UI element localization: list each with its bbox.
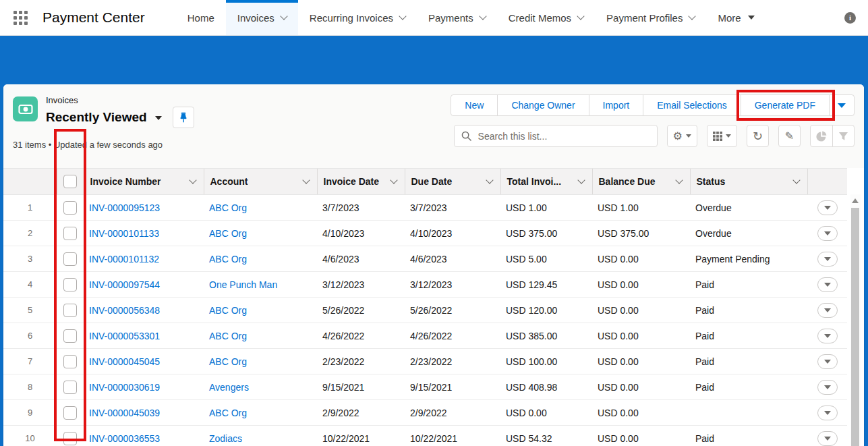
account-link[interactable]: ABC Org [204, 349, 317, 374]
column-header-account[interactable]: Account [204, 169, 317, 195]
row-checkbox[interactable] [63, 355, 77, 368]
pencil-icon: ✎ [785, 131, 794, 142]
sort-chevron-icon[interactable] [792, 176, 800, 184]
new-button[interactable]: New [451, 94, 498, 116]
row-actions-button[interactable] [817, 277, 838, 292]
tab-recurring-invoices[interactable]: Recurring Invoices [298, 0, 417, 35]
due-date-cell: 9/15/2021 [405, 374, 500, 400]
charts-button-disabled[interactable] [810, 125, 833, 147]
vertical-scrollbar[interactable] [850, 194, 861, 446]
row-actions-button[interactable] [817, 431, 838, 446]
scroll-up-arrow-icon[interactable] [852, 198, 859, 203]
invoice-number-link[interactable]: INV-0000045045 [84, 349, 204, 374]
row-checkbox[interactable] [63, 432, 77, 445]
sort-chevron-icon[interactable] [486, 176, 493, 184]
balance-due-cell: USD 0.00 [592, 246, 690, 272]
invoice-number-link[interactable]: INV-0000030619 [84, 374, 204, 400]
list-view-controls-button[interactable]: ⚙ [667, 125, 697, 147]
invoice-number-link[interactable]: INV-0000101133 [84, 221, 204, 246]
tab-more[interactable]: More [706, 0, 765, 35]
balance-due-cell: USD 0.00 [592, 298, 690, 323]
invoice-number-link[interactable]: INV-0000053301 [84, 323, 204, 349]
account-link[interactable]: Avengers [204, 374, 317, 400]
row-checkbox[interactable] [63, 406, 77, 420]
tab-payments[interactable]: Payments [417, 0, 497, 35]
scrollbar-thumb[interactable] [851, 208, 859, 446]
sort-chevron-icon[interactable] [577, 176, 585, 184]
column-header-total-invoice[interactable]: Total Invoi... [500, 169, 592, 195]
row-number: 6 [3, 323, 57, 349]
invoice-date-cell: 2/9/2022 [317, 400, 405, 426]
display-as-button[interactable] [707, 125, 737, 147]
column-header-invoice-date[interactable]: Invoice Date [317, 169, 405, 195]
account-link[interactable]: ABC Org [204, 195, 317, 221]
balance-due-cell: USD 0.00 [592, 349, 690, 374]
chevron-down-icon[interactable] [689, 12, 696, 20]
pin-list-button[interactable] [173, 107, 194, 128]
row-actions-button[interactable] [817, 354, 838, 369]
column-header-due-date[interactable]: Due Date [405, 169, 500, 195]
import-button[interactable]: Import [589, 94, 644, 116]
row-actions-button[interactable] [817, 329, 838, 343]
invoice-number-link[interactable]: INV-0000036553 [84, 426, 204, 446]
account-link[interactable]: ABC Org [204, 221, 317, 246]
row-actions-button[interactable] [817, 406, 838, 420]
sort-chevron-icon[interactable] [675, 176, 683, 184]
invoice-number-link[interactable]: INV-0000045039 [84, 400, 204, 426]
invoice-number-link[interactable]: INV-0000097544 [84, 272, 204, 298]
invoice-number-link[interactable]: INV-0000095123 [84, 195, 204, 221]
app-launcher-icon[interactable] [13, 11, 28, 25]
chevron-down-icon[interactable] [479, 12, 486, 20]
sort-chevron-icon[interactable] [390, 176, 397, 184]
account-link[interactable]: Zodiacs [204, 426, 317, 446]
tab-home[interactable]: Home [176, 0, 226, 35]
account-link[interactable]: ABC Org [204, 246, 317, 272]
row-actions-button[interactable] [817, 380, 838, 395]
sort-chevron-icon[interactable] [189, 176, 196, 184]
change-owner-button[interactable]: Change Owner [497, 94, 589, 116]
column-header-invoice-number[interactable]: Invoice Number [84, 169, 204, 195]
more-actions-dropdown-button[interactable] [829, 94, 855, 116]
chevron-down-icon[interactable] [399, 12, 406, 20]
account-link[interactable]: ABC Org [204, 400, 317, 426]
invoice-number-link[interactable]: INV-0000101132 [84, 246, 204, 272]
list-view-selector-icon[interactable] [155, 116, 162, 120]
sort-chevron-icon[interactable] [302, 176, 310, 184]
status-cell: Paid [690, 272, 807, 298]
generate-pdf-button[interactable]: Generate PDF [741, 94, 830, 116]
invoice-table-body: 1 INV-0000095123 ABC Org 3/7/2023 3/7/20… [3, 195, 847, 446]
triangle-down-icon[interactable] [748, 16, 755, 20]
row-checkbox[interactable] [63, 304, 77, 317]
row-checkbox[interactable] [63, 201, 77, 215]
chevron-down-icon[interactable] [280, 12, 287, 20]
row-checkbox[interactable] [63, 381, 77, 394]
table-row: 7 INV-0000045045 ABC Org 2/23/2022 2/23/… [3, 349, 847, 374]
row-actions-button[interactable] [817, 303, 838, 318]
account-link[interactable]: ABC Org [204, 323, 317, 349]
tab-invoices[interactable]: Invoices [226, 0, 298, 35]
row-actions-button[interactable] [817, 252, 838, 267]
column-header-balance-due[interactable]: Balance Due [592, 169, 690, 195]
list-controls: ⚙ ↻ [454, 125, 855, 147]
select-all-checkbox[interactable] [63, 175, 77, 188]
row-checkbox[interactable] [63, 329, 77, 343]
filter-button-disabled[interactable] [832, 125, 855, 147]
refresh-button[interactable]: ↻ [747, 125, 769, 147]
chevron-down-icon[interactable] [577, 12, 584, 20]
tab-payment-profiles[interactable]: Payment Profiles [595, 0, 706, 35]
row-actions-button[interactable] [817, 200, 838, 215]
row-checkbox[interactable] [63, 252, 77, 266]
search-input[interactable] [477, 130, 650, 142]
info-icon[interactable]: i [844, 12, 856, 24]
account-link[interactable]: One Punch Man [204, 272, 317, 298]
tab-credit-memos[interactable]: Credit Memos [497, 0, 595, 35]
row-actions-button[interactable] [817, 226, 838, 241]
row-checkbox-cell [57, 195, 84, 221]
edit-list-button[interactable]: ✎ [778, 125, 801, 147]
row-checkbox[interactable] [63, 227, 77, 240]
email-selections-button[interactable]: Email Selections [643, 94, 741, 116]
account-link[interactable]: ABC Org [204, 298, 317, 323]
invoice-number-link[interactable]: INV-0000056348 [84, 298, 204, 323]
row-checkbox[interactable] [63, 278, 77, 291]
column-header-status[interactable]: Status [690, 169, 807, 195]
